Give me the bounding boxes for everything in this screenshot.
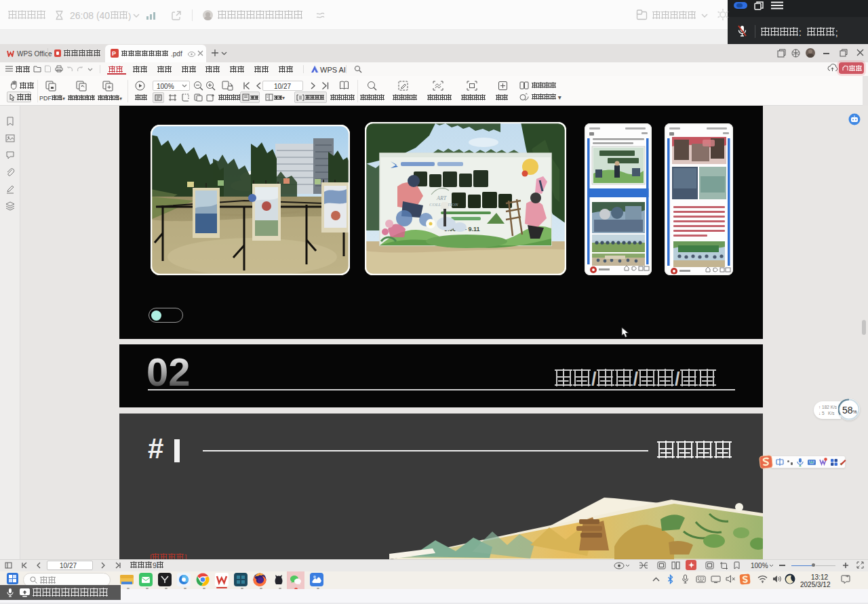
svg-text:ART: ART — [436, 195, 447, 201]
svg-text:- 9.11: - 9.11 — [465, 226, 480, 233]
